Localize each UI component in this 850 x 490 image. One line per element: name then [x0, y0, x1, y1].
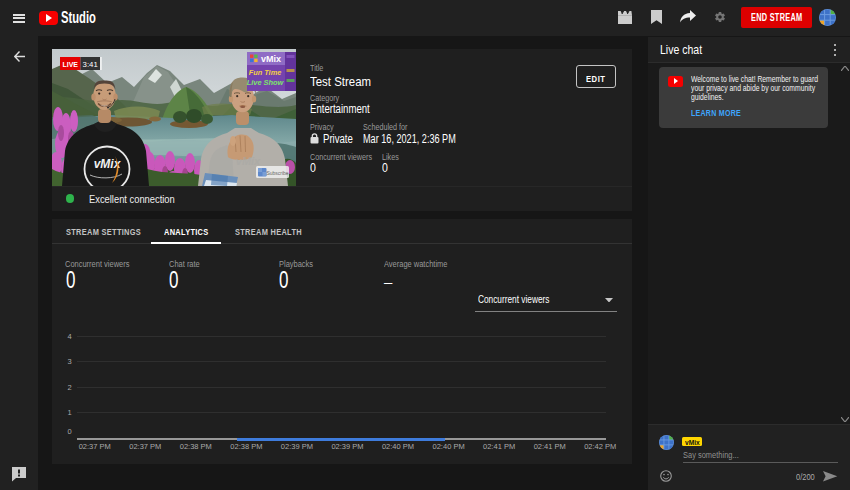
svg-text:LIVE: LIVE	[62, 59, 78, 68]
svg-text:vMix: vMix	[261, 54, 281, 64]
svg-text:Subscribe: Subscribe	[266, 170, 288, 176]
svg-text:Fun Time: Fun Time	[249, 68, 282, 77]
svg-text:vMix: vMix	[236, 155, 261, 167]
svg-text:Live Show: Live Show	[247, 78, 285, 87]
svg-text:3:41: 3:41	[83, 60, 98, 69]
